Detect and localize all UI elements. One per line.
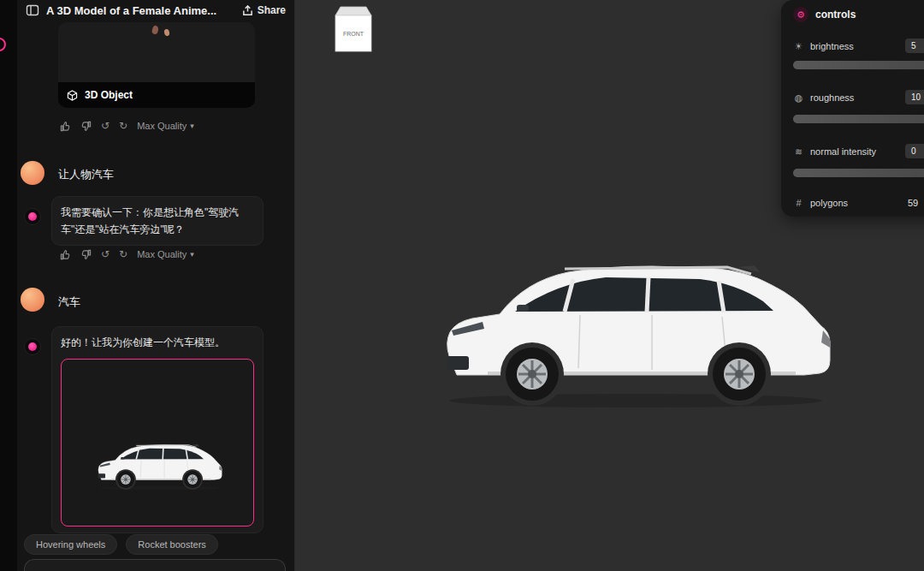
waves-icon: ≋ <box>793 146 804 158</box>
car-thumbnail <box>94 438 224 491</box>
suggestion-chip[interactable]: Hovering wheels <box>24 534 117 555</box>
figure-fragment <box>151 25 160 35</box>
app-logo[interactable] <box>0 38 6 51</box>
chat-title: A 3D Model of a Female Anime... <box>46 4 235 17</box>
figure-fragment <box>163 28 170 36</box>
user-message: 汽车 <box>58 294 80 310</box>
assistant-message: 我需要确认一下：你是想让角色"驾驶汽车"还是"站在汽车旁边"呢？ <box>51 196 264 246</box>
share-label: Share <box>258 4 286 16</box>
slider-fill <box>793 169 924 177</box>
brightness-slider[interactable] <box>793 61 924 69</box>
message-actions: ↺ ↻ Max Quality ▾ <box>60 119 194 133</box>
chat-header: A 3D Model of a Female Anime... Share <box>17 0 294 21</box>
model-result-card[interactable]: 3D Object <box>58 22 255 108</box>
chat-sidebar: A 3D Model of a Female Anime... Share <box>17 0 295 571</box>
roughness-icon: ◍ <box>793 92 804 104</box>
user-avatar <box>21 288 44 312</box>
assistant-message-card: 好的！让我为你创建一个汽车模型。 <box>51 326 264 533</box>
roughness-slider[interactable] <box>793 115 924 123</box>
regenerate-icon[interactable]: ↻ <box>119 121 127 131</box>
slider-fill <box>793 115 924 123</box>
user-message: 让人物汽车 <box>58 167 114 182</box>
brightness-value-field[interactable]: 5 <box>905 39 924 53</box>
chevron-down-icon: ▾ <box>190 250 194 259</box>
model-type-bar[interactable]: 3D Object <box>58 82 255 108</box>
share-button[interactable]: Share <box>242 4 286 16</box>
normal-intensity-slider[interactable] <box>793 169 924 177</box>
prompt-input[interactable] <box>24 559 286 571</box>
thumbs-down-icon[interactable] <box>80 249 92 260</box>
polygons-value: 59 <box>908 198 918 208</box>
quality-label: Max Quality <box>137 121 187 131</box>
thumbs-down-icon[interactable] <box>80 121 92 132</box>
roughness-row: ◍ roughness <box>793 91 854 104</box>
assistant-avatar <box>24 338 41 355</box>
polygons-row: # polygons <box>793 196 848 210</box>
assistant-logo <box>28 342 37 351</box>
normal-intensity-value-field[interactable]: 0 <box>905 144 924 158</box>
hash-icon: # <box>793 198 804 208</box>
quality-dropdown[interactable]: Max Quality ▾ <box>137 249 194 259</box>
suggestion-chip[interactable]: Rocket boosters <box>126 534 217 555</box>
suggestion-chips: Hovering wheels Rocket boosters <box>24 534 218 555</box>
brightness-label: brightness <box>810 41 854 51</box>
gizmo-front-label: FRONT <box>343 31 364 37</box>
assistant-logo <box>28 212 37 221</box>
view-gizmo[interactable]: FRONT <box>332 5 375 53</box>
gear-icon: ⚙ <box>793 7 808 22</box>
cube-icon <box>67 90 78 101</box>
car-model[interactable] <box>436 247 835 411</box>
roughness-value-field[interactable]: 10 <box>905 90 924 104</box>
controls-panel: ⚙ controls ☀ brightness 5 ◍ roughness 10… <box>781 0 924 217</box>
controls-title: controls <box>815 9 856 21</box>
roughness-label: roughness <box>810 92 854 103</box>
history-icon[interactable]: ↺ <box>101 249 110 259</box>
normal-intensity-label: normal intensity <box>810 146 876 157</box>
history-icon[interactable]: ↺ <box>101 121 110 131</box>
chevron-down-icon: ▾ <box>190 122 194 130</box>
quality-dropdown[interactable]: Max Quality ▾ <box>137 121 194 131</box>
quality-label: Max Quality <box>137 249 187 259</box>
assistant-message: 好的！让我为你创建一个汽车模型。 <box>61 335 254 352</box>
car-generation-preview[interactable] <box>61 359 254 526</box>
regenerate-icon[interactable]: ↻ <box>119 249 127 259</box>
assistant-avatar <box>24 208 41 225</box>
user-avatar <box>21 161 44 185</box>
brightness-row: ☀ brightness <box>793 39 854 53</box>
polygons-label: polygons <box>810 198 848 208</box>
share-icon <box>242 5 253 16</box>
left-edge-strip <box>0 0 17 571</box>
slider-fill <box>793 61 924 69</box>
thumbs-up-icon[interactable] <box>60 121 71 132</box>
controls-header: ⚙ controls <box>793 7 856 22</box>
message-actions: ↺ ↻ Max Quality ▾ <box>60 247 194 261</box>
normal-intensity-row: ≋ normal intensity <box>793 145 876 158</box>
panel-toggle-icon[interactable] <box>26 3 39 17</box>
thumbs-up-icon[interactable] <box>60 249 71 260</box>
sun-icon: ☀ <box>793 41 804 52</box>
model-type-label: 3D Object <box>85 89 133 101</box>
model-preview-thumbnail[interactable] <box>58 22 255 82</box>
app-window: A 3D Model of a Female Anime... Share <box>0 0 924 571</box>
